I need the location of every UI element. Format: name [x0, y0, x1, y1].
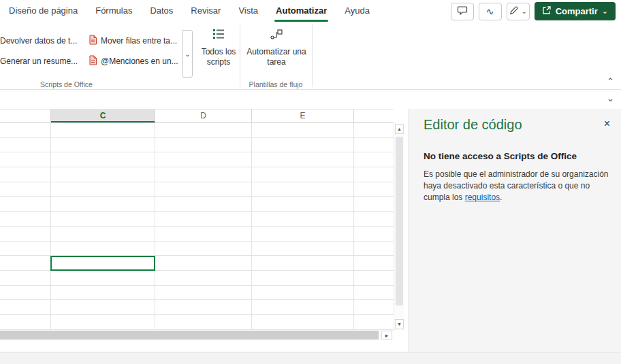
scroll-up-button[interactable]: ▲	[395, 124, 404, 134]
chevron-down-icon: ⌄	[185, 50, 190, 58]
tab-diseno-de-pagina[interactable]: Diseño de página	[0, 0, 86, 22]
all-scripts-button[interactable]: Todos los scripts	[199, 27, 238, 84]
no-access-heading: No tiene acceso a Scripts de Office	[424, 151, 609, 161]
message-text: .	[500, 193, 502, 202]
group-separator	[240, 24, 240, 87]
script-gallery-item[interactable]: Mover filas entre ta...	[89, 33, 182, 49]
chevron-down-icon: ⌄	[521, 7, 526, 15]
script-item-label: @Menciones en un...	[101, 56, 178, 66]
column-header-d[interactable]: D	[155, 110, 252, 122]
share-button[interactable]: Compartir ⌄	[535, 2, 616, 20]
vertical-scrollbar-thumb[interactable]	[396, 137, 403, 305]
gallery-more-button[interactable]: ⌄	[182, 30, 193, 78]
scroll-up-icon: ▲	[397, 127, 402, 131]
comments-button[interactable]	[451, 3, 474, 20]
close-pane-button[interactable]: ×	[604, 118, 610, 129]
scroll-right-button[interactable]: ▸	[381, 331, 392, 340]
no-access-message: Es posible que el administrador de su or…	[424, 169, 611, 203]
chevron-down-icon: ⌄	[607, 93, 614, 103]
share-icon	[542, 5, 552, 17]
office-script-icon	[89, 55, 97, 67]
catch-up-button[interactable]: ∿	[479, 3, 502, 20]
status-bar-area	[0, 352, 621, 364]
code-editor-pane: Editor de código × No tiene acceso a Scr…	[408, 109, 621, 352]
chevron-up-icon: ⌃	[607, 76, 614, 86]
script-gallery-item[interactable]: Generar un resume...	[0, 53, 86, 69]
script-item-label: Generar un resume...	[0, 56, 78, 66]
tab-ayuda[interactable]: Ayuda	[336, 0, 379, 22]
script-item-label: Mover filas entre ta...	[101, 36, 177, 46]
activity-icon: ∿	[486, 6, 494, 17]
share-button-label: Compartir	[556, 6, 598, 16]
horizontal-scrollbar-thumb[interactable]	[0, 331, 379, 340]
pen-icon	[509, 5, 519, 18]
tab-formulas[interactable]: Fórmulas	[86, 0, 141, 22]
all-scripts-icon	[212, 27, 225, 43]
group-label-scripts-de-office: Scripts de Office	[24, 80, 109, 88]
spreadsheet-grid[interactable]	[0, 123, 394, 330]
horizontal-scrollbar[interactable]: ▸	[0, 330, 394, 340]
tab-vista[interactable]: Vista	[229, 0, 267, 22]
scroll-down-icon: ▼	[397, 322, 402, 327]
flow-icon	[270, 27, 283, 43]
comment-icon	[457, 5, 468, 18]
tab-automatizar[interactable]: Automatizar	[267, 0, 336, 22]
scroll-right-icon: ▸	[385, 332, 389, 339]
script-gallery-item[interactable]: Devolver datos de t...	[0, 33, 86, 49]
group-separator	[312, 24, 313, 87]
topbar-actions: ∿ ⌄ Compartir ⌄	[451, 2, 616, 20]
automate-task-button[interactable]: Automatizar una tarea	[244, 27, 309, 84]
group-label-plantillas-de-flujo: Plantillas de flujo	[242, 80, 310, 88]
selected-cell[interactable]	[50, 256, 155, 271]
column-header-blank	[354, 110, 394, 122]
all-scripts-label: Todos los scripts	[199, 47, 238, 67]
gridline	[353, 123, 354, 330]
column-header-partial[interactable]	[0, 110, 51, 122]
draw-button[interactable]: ⌄	[507, 3, 530, 20]
excel-web-window: Diseño de página Fórmulas Datos Revisar …	[0, 0, 621, 364]
vertical-scrollbar[interactable]: ▲ ▼	[394, 123, 404, 330]
tab-revisar[interactable]: Revisar	[182, 0, 229, 22]
automate-task-label: Automatizar una tarea	[244, 47, 309, 67]
scroll-down-button[interactable]: ▼	[395, 319, 404, 329]
office-script-icon	[89, 35, 97, 47]
gridline	[155, 123, 155, 330]
column-header-e[interactable]: E	[252, 110, 354, 122]
ribbon-automatizar: Devolver datos de t... Mover filas entre…	[0, 22, 621, 90]
requisitos-link[interactable]: requisitos	[465, 193, 500, 202]
gridline	[50, 123, 51, 330]
gridline	[251, 123, 252, 330]
message-text: Es posible que el administrador de su or…	[424, 169, 609, 202]
collapse-ribbon-button[interactable]: ⌃	[607, 76, 614, 86]
chevron-down-icon: ⌄	[602, 7, 608, 16]
script-item-label: Devolver datos de t...	[0, 36, 77, 46]
column-headers: C D E	[0, 109, 394, 123]
expand-formula-bar-button[interactable]: ⌄	[607, 93, 614, 103]
pane-title: Editor de código	[424, 117, 522, 133]
close-icon: ×	[604, 118, 610, 129]
tab-datos[interactable]: Datos	[141, 0, 182, 22]
column-header-c[interactable]: C	[51, 110, 155, 122]
script-gallery-item[interactable]: @Menciones en un...	[89, 53, 182, 69]
